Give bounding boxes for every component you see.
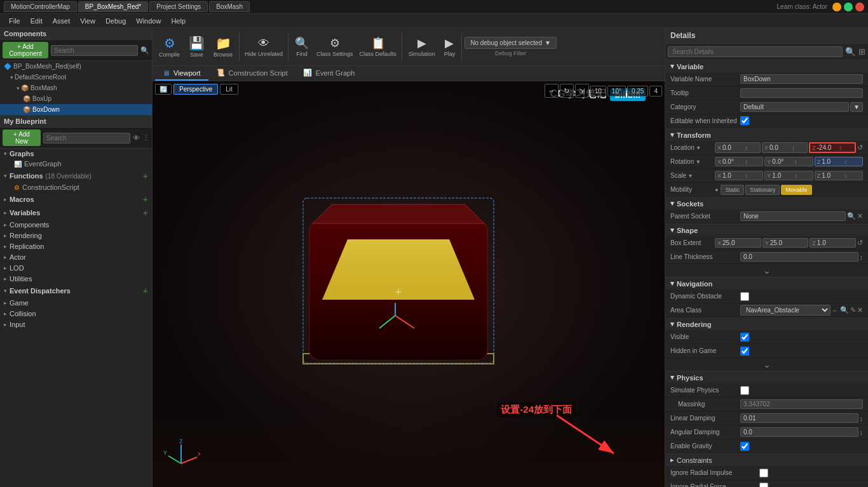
physics-section-header[interactable]: ▾ Physics <box>665 371 868 384</box>
expand-icon[interactable]: ⌄ <box>763 265 771 276</box>
area-class-clear[interactable]: ✕ <box>857 306 863 314</box>
scale-arrow[interactable]: ▼ <box>688 173 693 179</box>
parent-socket-input[interactable] <box>740 211 846 221</box>
area-class-arrow[interactable]: ← <box>832 307 839 314</box>
menu-edit[interactable]: Edit <box>25 16 48 26</box>
tree-item-default-scene[interactable]: ▾ DefaultSceneRoot <box>0 72 152 83</box>
debug-dropdown[interactable]: No debug object selected ▼ <box>465 37 557 49</box>
rotation-z-spin[interactable]: ↕ <box>844 159 847 165</box>
linear-damping-input[interactable] <box>740 413 858 423</box>
realtime-toggle[interactable]: 🔄 <box>155 84 172 95</box>
tab-viewport[interactable]: 🖥 Viewport <box>155 66 208 81</box>
location-y-spin[interactable]: ↕ <box>792 145 795 151</box>
menu-debug[interactable]: Debug <box>100 16 131 26</box>
tooltip-input[interactable] <box>740 88 863 98</box>
sockets-section-header[interactable]: ▾ Sockets <box>665 197 868 210</box>
simulation-button[interactable]: ▶ Simulation <box>405 34 439 59</box>
menu-window[interactable]: Window <box>131 16 166 26</box>
angular-damping-spin[interactable]: ↕ <box>860 429 864 436</box>
editable-checkbox[interactable] <box>740 116 749 125</box>
minimize-button[interactable] <box>832 3 841 11</box>
game-section-header[interactable]: ▸ Game <box>0 298 152 308</box>
variable-name-input[interactable] <box>740 74 863 84</box>
construction-script-item[interactable]: ⚙ ConstructionScript <box>10 182 152 192</box>
components-search-input[interactable] <box>51 45 138 56</box>
rotation-z-input[interactable] <box>822 158 844 165</box>
location-z-spin[interactable]: ↕ <box>839 145 843 151</box>
perspective-button[interactable]: Perspective <box>173 84 218 95</box>
socket-search-icon[interactable]: 🔍 <box>847 212 856 220</box>
lod-section-header[interactable]: ▸ LOD <box>0 263 152 273</box>
input-section-header[interactable]: ▸ Input <box>0 319 152 330</box>
ignore-radial-force-checkbox[interactable] <box>759 483 768 488</box>
blueprint-filter-icon[interactable]: ⋮ <box>142 134 149 142</box>
rotation-x-spin[interactable]: ↕ <box>745 159 748 165</box>
rendering-expand-icon[interactable]: ⌄ <box>763 359 771 370</box>
scale-y-input[interactable] <box>772 172 794 179</box>
variable-section-header[interactable]: ▾ Variable <box>665 60 868 72</box>
static-button[interactable]: Static <box>721 185 744 195</box>
class-defaults-button[interactable]: 📋 Class Defaults <box>357 34 399 59</box>
tab-bp-boxmesh[interactable]: BP_BoxMesh_Red* <box>78 1 148 12</box>
angular-damping-input[interactable] <box>740 427 858 437</box>
add-component-button[interactable]: + Add Component <box>3 42 48 58</box>
location-z-input[interactable] <box>817 144 839 151</box>
socket-clear-icon[interactable]: ✕ <box>857 212 863 220</box>
scale-z-input[interactable] <box>822 172 844 179</box>
close-button[interactable] <box>855 3 864 11</box>
scale-x-spin[interactable]: ↕ <box>745 173 748 179</box>
scale-z-spin[interactable]: ↕ <box>844 173 847 179</box>
hidden-in-game-checkbox[interactable] <box>740 347 749 356</box>
dynamic-obstacle-checkbox[interactable] <box>740 292 749 301</box>
menu-view[interactable]: View <box>75 16 100 26</box>
stationary-button[interactable]: Stationary <box>745 185 780 195</box>
movable-button[interactable]: Movable <box>781 185 811 195</box>
scale-y-spin[interactable]: ↕ <box>794 173 797 179</box>
tree-item-boxup[interactable]: 📦 BoxUp <box>0 93 152 104</box>
category-input[interactable] <box>740 102 849 112</box>
play-button[interactable]: ▶ Play <box>440 34 459 59</box>
rendering-section-header[interactable]: ▸ Rendering <box>0 230 152 241</box>
location-reset[interactable]: ↺ <box>857 143 863 152</box>
location-y-input[interactable] <box>770 144 792 151</box>
find-button[interactable]: 🔍 Find <box>291 34 313 59</box>
variables-add-button[interactable]: + <box>143 208 148 218</box>
box-extent-z-input[interactable] <box>817 239 836 246</box>
transform-section-header[interactable]: ▾ Transform <box>665 129 868 141</box>
tree-item-bp-root[interactable]: 🔷 BP_BoxMesh_Red(self) <box>0 61 152 72</box>
tab-boxmash[interactable]: BoxMash <box>209 1 250 12</box>
box-extent-y-input[interactable] <box>770 239 789 246</box>
location-x-input[interactable] <box>722 144 745 151</box>
event-dispatchers-add-button[interactable]: + <box>143 286 148 296</box>
tab-construction-script[interactable]: 📜 Construction Script <box>208 66 295 81</box>
components-bp-section-header[interactable]: ▸ Components <box>0 220 152 230</box>
menu-asset[interactable]: Asset <box>48 16 76 26</box>
add-new-button[interactable]: + Add New <box>3 130 41 146</box>
rendering-details-header[interactable]: ▾ Rendering <box>665 318 868 330</box>
rotate-tool[interactable]: ↻ <box>560 84 574 98</box>
category-dropdown-arrow[interactable]: ▼ <box>850 102 863 112</box>
mass-input[interactable] <box>740 399 863 409</box>
browse-button[interactable]: 📁 Browse <box>210 34 236 60</box>
compile-button[interactable]: ⚙ Compile <box>155 34 184 60</box>
simulate-physics-checkbox[interactable] <box>740 386 749 395</box>
actor-section-header[interactable]: ▸ Actor <box>0 252 152 262</box>
graphs-section-header[interactable]: ▾ Graphs <box>0 149 152 159</box>
navigation-section-header[interactable]: ▾ Navigation <box>665 277 868 290</box>
ignore-radial-impulse-checkbox[interactable] <box>759 469 768 477</box>
location-arrow[interactable]: ▼ <box>696 145 702 151</box>
constraints-section-header[interactable]: ▸ Constraints <box>665 454 868 466</box>
location-x-spin[interactable]: ↕ <box>745 145 748 151</box>
tab-project-settings[interactable]: Project Settings <box>149 1 208 12</box>
rotation-x-input[interactable] <box>722 158 745 165</box>
tree-item-boxdown[interactable]: 📦 BoxDown <box>0 104 152 115</box>
linear-damping-spin[interactable]: ↕ <box>860 415 864 422</box>
area-class-search[interactable]: 🔍 <box>840 306 849 314</box>
enable-gravity-checkbox[interactable] <box>740 442 749 451</box>
blueprint-eye-icon[interactable]: 👁 <box>133 134 140 142</box>
hide-unrelated-button[interactable]: 👁 Hide Unrelated <box>242 35 285 59</box>
details-search-input[interactable] <box>668 46 843 57</box>
event-dispatchers-section-header[interactable]: ▾ Event Dispatchers + <box>0 284 152 297</box>
scale-tool[interactable]: ⇲ <box>575 84 589 98</box>
area-class-edit[interactable]: ✎ <box>850 306 856 314</box>
